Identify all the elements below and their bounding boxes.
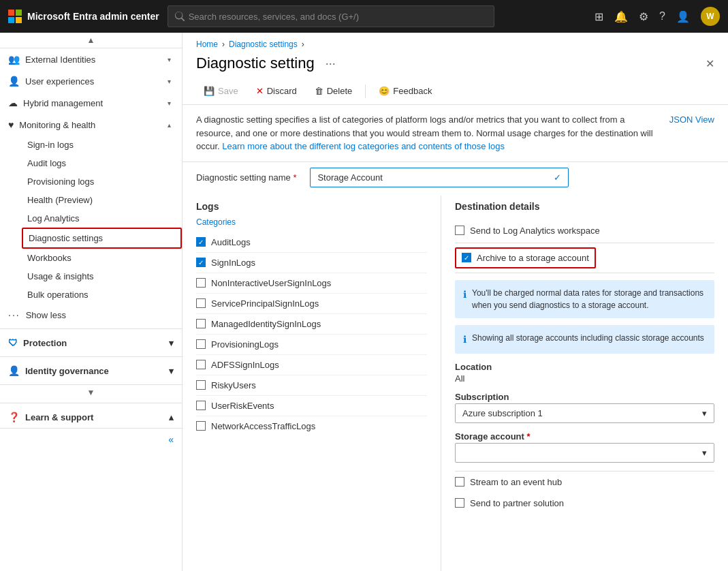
sidebar-item-usage-insights[interactable]: Usage & insights [22, 267, 182, 286]
sidebar-item-label: Provisioning logs [27, 176, 174, 187]
sidebar-item-bulk-operations[interactable]: Bulk operations [22, 286, 182, 304]
search-bar[interactable] [168, 5, 494, 27]
network-access-checkbox[interactable] [196, 421, 206, 431]
log-item-signin: ✓ SignInLogs [196, 253, 427, 273]
json-view-link[interactable]: JSON View [669, 113, 714, 127]
sidebar-item-show-less[interactable]: ··· Show less [0, 304, 182, 326]
sign-in-logs-checkbox[interactable]: ✓ [196, 258, 206, 267]
diag-name-select[interactable]: Storage Account ✓ [310, 168, 569, 187]
bell-icon[interactable]: 🔔 [614, 10, 628, 23]
sidebar-item-provisioning-logs[interactable]: Provisioning logs [22, 172, 182, 191]
collapse-sidebar-icon[interactable]: « [168, 434, 174, 445]
save-button[interactable]: 💾 Save [196, 82, 246, 100]
risky-users-checkbox[interactable] [196, 380, 206, 390]
user-icon[interactable]: 👤 [676, 10, 690, 23]
audit-logs-label: AuditLogs [211, 237, 251, 247]
adfs-signin-checkbox[interactable] [196, 360, 206, 369]
destination-column: Destination details Send to Log Analytic… [441, 196, 728, 572]
sidebar-item-hybrid-management[interactable]: ☁ Hybrid management ▾ [0, 92, 182, 114]
toolbar-separator [365, 84, 366, 98]
sidebar-item-label: Workbooks [27, 253, 174, 263]
help-icon[interactable]: ? [659, 10, 665, 22]
save-label: Save [218, 86, 238, 96]
sidebar-item-label: Protection [23, 338, 67, 348]
sidebar-item-external-identities[interactable]: 👥 External Identities ▾ [0, 48, 182, 70]
sidebar-item-label: User experiences [25, 76, 162, 87]
sidebar-item-protection[interactable]: 🛡 Protection ▾ [0, 332, 182, 354]
managed-identity-label: ManagedIdentitySignInLogs [211, 319, 321, 329]
diag-name-value: Storage Account [317, 172, 382, 183]
chevron-down-icon: ▾ [168, 99, 171, 107]
avatar[interactable]: W [701, 7, 720, 26]
topbar-icons: ⊞ 🔔 ⚙ ? 👤 W [595, 7, 720, 26]
managed-identity-checkbox[interactable] [196, 319, 206, 328]
sidebar-item-user-experiences[interactable]: 👤 User experiences ▾ [0, 70, 182, 92]
sidebar-divider [0, 328, 182, 329]
discard-icon: ✕ [256, 86, 264, 96]
feedback-button[interactable]: 😊 Feedback [371, 82, 439, 100]
user-risk-checkbox[interactable] [196, 401, 206, 410]
archive-storage-checkbox[interactable]: ✓ [462, 253, 471, 262]
storage-account-select[interactable]: ▾ [455, 443, 714, 463]
sidebar-item-audit-logs[interactable]: Audit logs [22, 154, 182, 172]
sidebar-item-health-preview[interactable]: Health (Preview) [22, 191, 182, 209]
svg-rect-3 [16, 17, 22, 23]
sidebar-item-identity-governance[interactable]: 👤 Identity governance ▾ [0, 360, 182, 382]
sidebar-item-label: Log Analytics [27, 213, 174, 223]
log-analytics-checkbox[interactable] [455, 226, 464, 235]
sidebar-item-monitoring-health[interactable]: ♥ Monitoring & health ▴ [0, 114, 182, 136]
brand-logo: Microsoft Entra admin center [8, 10, 159, 23]
sidebar-item-label: Health (Preview) [27, 195, 174, 205]
sidebar-item-sign-in-logs[interactable]: Sign-in logs [22, 136, 182, 154]
learn-support-icon: ❓ [8, 412, 20, 422]
feedback-label: Feedback [393, 86, 432, 96]
sidebar-item-diagnostic-settings[interactable]: Diagnostic settings [22, 228, 182, 249]
more-options-button[interactable]: ··· [326, 57, 336, 71]
non-interactive-checkbox[interactable] [196, 278, 206, 288]
diag-name-row: Diagnostic setting name * Storage Accoun… [183, 162, 728, 196]
sidebar: ▲ 👥 External Identities ▾ 👤 User experie… [0, 33, 183, 571]
breadcrumb-diagnostic-settings[interactable]: Diagnostic settings [229, 40, 298, 49]
service-principal-checkbox[interactable] [196, 298, 206, 308]
portal-icon[interactable]: ⊞ [595, 10, 603, 23]
panel-title: Diagnostic setting [196, 55, 315, 72]
diagnostic-panel: Home › Diagnostic settings › Diagnostic … [183, 33, 728, 571]
main-content: Home › Diagnostic settings › Diagnostic … [183, 33, 728, 571]
description-link[interactable]: Learn more about the different log categ… [222, 141, 505, 151]
sidebar-scroll-up[interactable]: ▲ [87, 35, 95, 45]
search-input[interactable] [189, 12, 487, 22]
sidebar-item-label: Monitoring & health [19, 120, 162, 130]
breadcrumb-home[interactable]: Home [196, 40, 218, 49]
destination-title: Destination details [455, 201, 714, 212]
info-icon-2: ℹ [463, 333, 466, 347]
sidebar-item-log-analytics[interactable]: Log Analytics [22, 209, 182, 228]
location-section: Location All [455, 362, 714, 384]
dots-icon: ··· [8, 309, 20, 320]
categories-label: Categories [196, 217, 427, 227]
non-interactive-label: NonInteractiveUserSignInLogs [211, 278, 331, 288]
settings-icon[interactable]: ⚙ [639, 10, 648, 23]
archive-storage-label: Archive to a storage account [477, 253, 589, 263]
audit-logs-checkbox[interactable]: ✓ [196, 237, 206, 247]
svg-rect-2 [8, 17, 14, 23]
sign-in-logs-label: SignInLogs [211, 258, 255, 268]
log-item-network-access: NetworkAccessTrafficLogs [196, 416, 427, 436]
discard-button[interactable]: ✕ Discard [249, 82, 304, 100]
brand-name: Microsoft Entra admin center [27, 11, 159, 22]
log-item-provisioning: ProvisioningLogs [196, 335, 427, 355]
sidebar-scroll-down[interactable]: ▼ [87, 388, 95, 397]
location-value: All [455, 373, 714, 384]
sidebar-item-workbooks[interactable]: Workbooks [22, 249, 182, 267]
delete-label: Delete [327, 86, 353, 96]
sidebar-item-learn-support[interactable]: ❓ Learn & support ▴ [0, 406, 182, 428]
delete-button[interactable]: 🗑 Delete [307, 82, 360, 100]
event-hub-label: Stream to an event hub [470, 477, 562, 487]
close-button[interactable]: ✕ [706, 57, 714, 70]
dest-item-log-analytics: Send to Log Analytics workspace [455, 220, 714, 243]
provisioning-logs-checkbox[interactable] [196, 339, 206, 349]
subscription-select[interactable]: Azure subscription 1 ▾ [455, 403, 714, 423]
partner-solution-checkbox[interactable] [455, 498, 464, 508]
sidebar-divider-3 [0, 403, 182, 403]
chevron-down-icon-2: ▾ [702, 448, 707, 458]
event-hub-checkbox[interactable] [455, 477, 464, 487]
